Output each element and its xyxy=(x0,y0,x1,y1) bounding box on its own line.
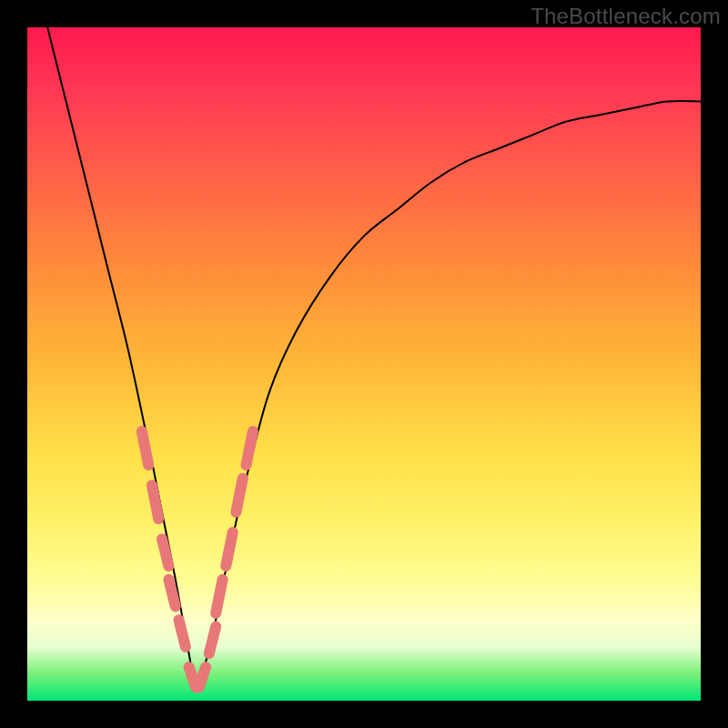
annotation-pill xyxy=(179,620,186,647)
annotation-pill xyxy=(247,431,253,465)
series-curve xyxy=(47,27,701,688)
annotation-pills xyxy=(142,431,253,687)
annotation-pill xyxy=(209,627,216,654)
annotation-pill xyxy=(168,580,175,607)
chart-frame: TheBottleneck.com xyxy=(0,0,728,728)
annotation-pill xyxy=(236,479,242,512)
chart-svg xyxy=(27,27,701,701)
annotation-pill xyxy=(216,580,222,613)
annotation-pill xyxy=(226,532,232,566)
plot-area xyxy=(27,27,701,701)
annotation-pill xyxy=(142,431,148,465)
annotation-pill xyxy=(199,667,206,687)
annotation-pill xyxy=(162,539,168,566)
watermark-text: TheBottleneck.com xyxy=(531,4,721,29)
annotation-pill xyxy=(152,485,158,519)
